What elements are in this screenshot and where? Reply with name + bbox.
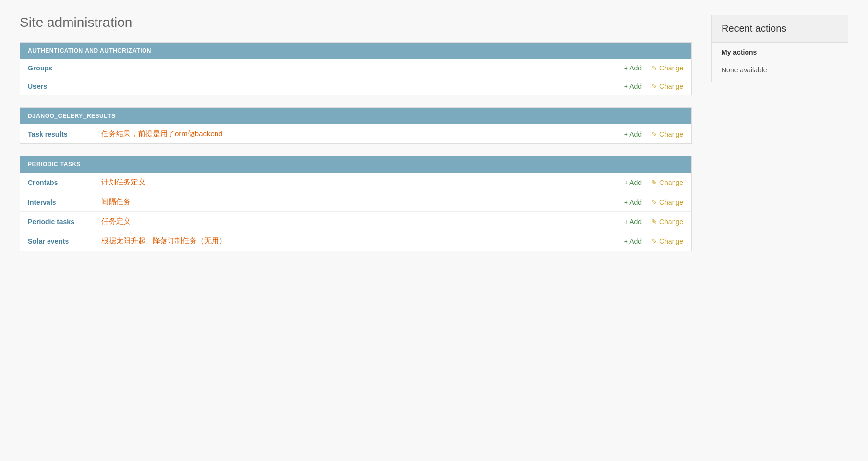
row-name: Task results — [28, 130, 96, 138]
table-row: Periodic tasks任务定义+ Add✎ Change — [20, 212, 691, 231]
add-link[interactable]: + Add — [624, 218, 642, 226]
row-name: Periodic tasks — [28, 218, 96, 226]
row-annotation: 任务结果，前提是用了orm做backend — [96, 129, 624, 138]
table-row: Task results任务结果，前提是用了orm做backend+ Add✎ … — [20, 124, 691, 143]
section-header-celery: DJANGO_CELERY_RESULTS — [20, 108, 691, 124]
change-link[interactable]: ✎ Change — [651, 218, 683, 226]
change-link[interactable]: ✎ Change — [651, 64, 683, 72]
page-title: Site administration — [20, 15, 692, 30]
section-auth: AUTHENTICATION AND AUTHORIZATIONGroups+ … — [20, 42, 692, 95]
page-wrapper: Site administration AUTHENTICATION AND A… — [0, 0, 868, 277]
row-annotation: 间隔任务 — [96, 197, 624, 207]
section-celery: DJANGO_CELERY_RESULTSTask results任务结果，前提… — [20, 107, 692, 144]
add-link[interactable]: + Add — [624, 130, 642, 138]
change-link[interactable]: ✎ Change — [651, 179, 683, 186]
change-link[interactable]: ✎ Change — [651, 237, 683, 245]
recent-actions-section: Recent actions My actions None available — [711, 15, 848, 82]
row-actions: + Add✎ Change — [624, 179, 683, 186]
section-periodic: PERIODIC TASKSCrontabs计划任务定义+ Add✎ Chang… — [20, 156, 692, 251]
row-actions: + Add✎ Change — [624, 198, 683, 206]
row-annotation: 计划任务定义 — [96, 178, 624, 187]
row-actions: + Add✎ Change — [624, 218, 683, 226]
row-actions: + Add✎ Change — [624, 237, 683, 245]
change-link[interactable]: ✎ Change — [651, 130, 683, 138]
row-actions: + Add✎ Change — [624, 82, 683, 90]
table-row: Groups+ Add✎ Change — [20, 59, 691, 77]
row-actions: + Add✎ Change — [624, 64, 683, 72]
sections-container: AUTHENTICATION AND AUTHORIZATIONGroups+ … — [20, 42, 692, 251]
main-content: Site administration AUTHENTICATION AND A… — [20, 15, 692, 263]
change-link[interactable]: ✎ Change — [651, 82, 683, 90]
none-available-text: None available — [712, 62, 848, 82]
table-row: Intervals间隔任务+ Add✎ Change — [20, 192, 691, 212]
table-row: Solar events根据太阳升起、降落订制任务（无用）+ Add✎ Chan… — [20, 231, 691, 251]
table-row: Users+ Add✎ Change — [20, 77, 691, 95]
row-annotation: 任务定义 — [96, 217, 624, 226]
row-name: Solar events — [28, 237, 96, 245]
add-link[interactable]: + Add — [624, 179, 642, 186]
row-annotation: 根据太阳升起、降落订制任务（无用） — [96, 236, 624, 246]
add-link[interactable]: + Add — [624, 64, 642, 72]
recent-actions-header: Recent actions — [712, 15, 848, 43]
row-actions: + Add✎ Change — [624, 130, 683, 138]
add-link[interactable]: + Add — [624, 82, 642, 90]
section-header-auth: AUTHENTICATION AND AUTHORIZATION — [20, 43, 691, 59]
row-name: Groups — [28, 64, 96, 72]
add-link[interactable]: + Add — [624, 237, 642, 245]
row-name: Intervals — [28, 198, 96, 206]
my-actions-subheader: My actions — [712, 43, 848, 62]
sidebar: Recent actions My actions None available — [711, 15, 848, 263]
row-name: Users — [28, 82, 96, 90]
section-header-periodic: PERIODIC TASKS — [20, 156, 691, 173]
add-link[interactable]: + Add — [624, 198, 642, 206]
table-row: Crontabs计划任务定义+ Add✎ Change — [20, 173, 691, 192]
row-name: Crontabs — [28, 179, 96, 186]
change-link[interactable]: ✎ Change — [651, 198, 683, 206]
